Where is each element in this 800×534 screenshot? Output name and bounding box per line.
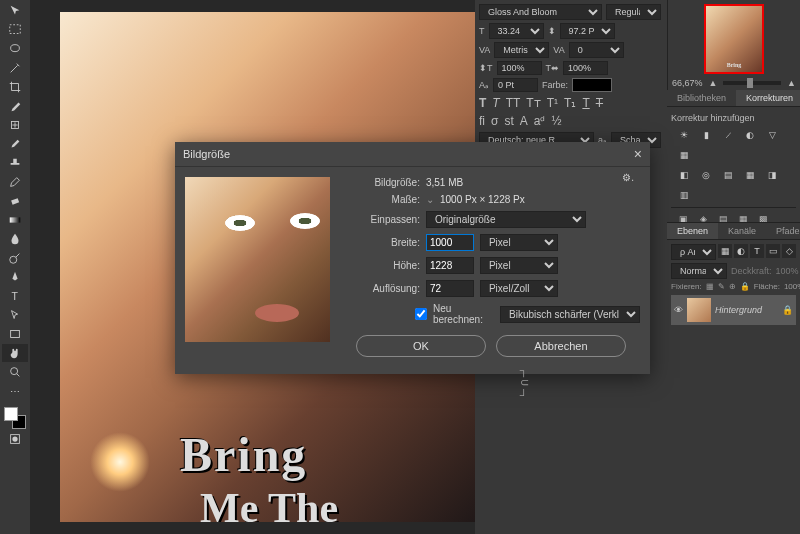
gear-icon[interactable]: ⚙. xyxy=(622,172,634,183)
vibrance-icon[interactable]: ▽ xyxy=(763,127,781,143)
marquee-tool[interactable] xyxy=(2,21,28,39)
more-tools[interactable]: ⋯ xyxy=(2,382,28,400)
width-input[interactable] xyxy=(426,234,474,251)
close-icon[interactable]: × xyxy=(634,146,642,162)
levels-icon[interactable]: ▮ xyxy=(697,127,715,143)
tab-ebenen[interactable]: Ebenen xyxy=(667,223,718,239)
chevron-down-icon[interactable]: ⌄ xyxy=(426,194,434,205)
channelmixer-icon[interactable]: ▤ xyxy=(719,167,737,183)
filter-smart-icon[interactable]: ◇ xyxy=(782,244,796,258)
link-icon[interactable]: ┐⊂┘ xyxy=(520,364,529,401)
lasso-tool[interactable] xyxy=(2,40,28,58)
eyedropper-tool[interactable] xyxy=(2,97,28,115)
hscale-input[interactable] xyxy=(563,61,608,75)
healing-tool[interactable] xyxy=(2,116,28,134)
hand-tool[interactable] xyxy=(2,344,28,362)
zoom-in-icon[interactable]: ▲ xyxy=(787,78,796,88)
filter-shape-icon[interactable]: ▭ xyxy=(766,244,780,258)
ordinals-icon[interactable]: aᵈ xyxy=(534,114,546,128)
exposure-icon[interactable]: ◐ xyxy=(741,127,759,143)
wand-tool[interactable] xyxy=(2,59,28,77)
tab-bibliotheken[interactable]: Bibliotheken xyxy=(667,90,736,106)
text-color-swatch[interactable] xyxy=(572,78,612,92)
quickmask-toggle[interactable] xyxy=(2,430,28,448)
zoom-out-icon[interactable]: ▲ xyxy=(709,78,718,88)
oldstyle-icon[interactable]: σ xyxy=(491,114,498,128)
titling-icon[interactable]: A xyxy=(520,114,528,128)
resample-checkbox[interactable] xyxy=(415,308,427,320)
fit-select[interactable]: Originalgröße xyxy=(426,211,586,228)
vscale-input[interactable] xyxy=(497,61,542,75)
baseline-input[interactable] xyxy=(493,78,538,92)
superscript-icon[interactable]: T¹ xyxy=(547,96,558,110)
filter-type-icon[interactable]: T xyxy=(750,244,764,258)
fractions-icon[interactable]: ½ xyxy=(551,114,561,128)
dialog-preview[interactable] xyxy=(185,177,330,342)
lock-trans-icon[interactable]: ▦ xyxy=(706,282,714,291)
width-unit-select[interactable]: Pixel xyxy=(480,234,558,251)
res-unit-select[interactable]: Pixel/Zoll xyxy=(480,280,558,297)
hue-icon[interactable]: ▦ xyxy=(675,147,693,163)
underline-icon[interactable]: T xyxy=(582,96,589,110)
leading-select[interactable]: 97.2 Pt xyxy=(560,23,615,39)
color-swatch[interactable] xyxy=(4,407,26,429)
lock-all-icon[interactable]: 🔒 xyxy=(740,282,750,291)
layer-name[interactable]: Hintergrund xyxy=(715,305,778,315)
lock-paint-icon[interactable]: ✎ xyxy=(718,282,725,291)
tracking-select[interactable]: 0 xyxy=(569,42,624,58)
history-brush-tool[interactable] xyxy=(2,173,28,191)
height-input[interactable] xyxy=(426,257,474,274)
layer-row[interactable]: 👁 Hintergrund 🔒 xyxy=(671,295,796,325)
height-unit-select[interactable]: Pixel xyxy=(480,257,558,274)
filter-pixel-icon[interactable]: ▦ xyxy=(718,244,732,258)
italic-icon[interactable]: T xyxy=(492,96,499,110)
cancel-button[interactable]: Abbrechen xyxy=(496,335,626,357)
layer-thumbnail[interactable] xyxy=(687,298,711,322)
strikethrough-icon[interactable]: T xyxy=(596,96,603,110)
font-family-select[interactable]: Gloss And Bloom xyxy=(479,4,602,20)
stylistic-icon[interactable]: st xyxy=(504,114,513,128)
zoom-tool[interactable] xyxy=(2,363,28,381)
ok-button[interactable]: OK xyxy=(356,335,486,357)
tab-kanale[interactable]: Kanäle xyxy=(718,223,766,239)
path-select-tool[interactable] xyxy=(2,306,28,324)
tab-korrekturen[interactable]: Korrekturen xyxy=(736,90,800,106)
bw-icon[interactable]: ◧ xyxy=(675,167,693,183)
font-size-select[interactable]: 33.24 Pt xyxy=(489,23,544,39)
invert-icon[interactable]: ◨ xyxy=(763,167,781,183)
navigator-thumb[interactable]: Bring xyxy=(704,4,764,74)
eraser-tool[interactable] xyxy=(2,192,28,210)
brush-tool[interactable] xyxy=(2,135,28,153)
blur-tool[interactable] xyxy=(2,230,28,248)
resample-select[interactable]: Bikubisch schärfer (Verkleinerun... xyxy=(500,306,640,323)
opacity-value[interactable]: 100% xyxy=(776,266,799,276)
allcaps-icon[interactable]: TT xyxy=(506,96,521,110)
subscript-icon[interactable]: T₁ xyxy=(564,96,576,110)
crop-tool[interactable] xyxy=(2,78,28,96)
smallcaps-icon[interactable]: Tᴛ xyxy=(526,96,540,110)
shape-tool[interactable] xyxy=(2,325,28,343)
photofilter-icon[interactable]: ◎ xyxy=(697,167,715,183)
bold-icon[interactable]: T xyxy=(479,96,486,110)
pen-tool[interactable] xyxy=(2,268,28,286)
type-tool[interactable]: T xyxy=(2,287,28,305)
filter-adj-icon[interactable]: ◐ xyxy=(734,244,748,258)
curves-icon[interactable]: ⟋ xyxy=(719,127,737,143)
move-tool[interactable] xyxy=(2,2,28,20)
brightness-icon[interactable]: ☀ xyxy=(675,127,693,143)
gradient-tool[interactable] xyxy=(2,211,28,229)
dodge-tool[interactable] xyxy=(2,249,28,267)
res-input[interactable] xyxy=(426,280,474,297)
ligature-icon[interactable]: fi xyxy=(479,114,485,128)
tab-pfade[interactable]: Pfade xyxy=(766,223,800,239)
blend-mode-select[interactable]: Normal xyxy=(671,263,727,279)
layer-filter-select[interactable]: ρ Art xyxy=(671,244,716,260)
kerning-select[interactable]: Metrisch xyxy=(494,42,549,58)
fill-value[interactable]: 100% xyxy=(784,282,800,291)
zoom-slider[interactable] xyxy=(723,81,781,85)
zoom-value[interactable]: 66,67% xyxy=(672,78,703,88)
font-style-select[interactable]: Regular xyxy=(606,4,661,20)
posterize-icon[interactable]: ▥ xyxy=(675,187,693,203)
stamp-tool[interactable] xyxy=(2,154,28,172)
colorlookup-icon[interactable]: ▦ xyxy=(741,167,759,183)
